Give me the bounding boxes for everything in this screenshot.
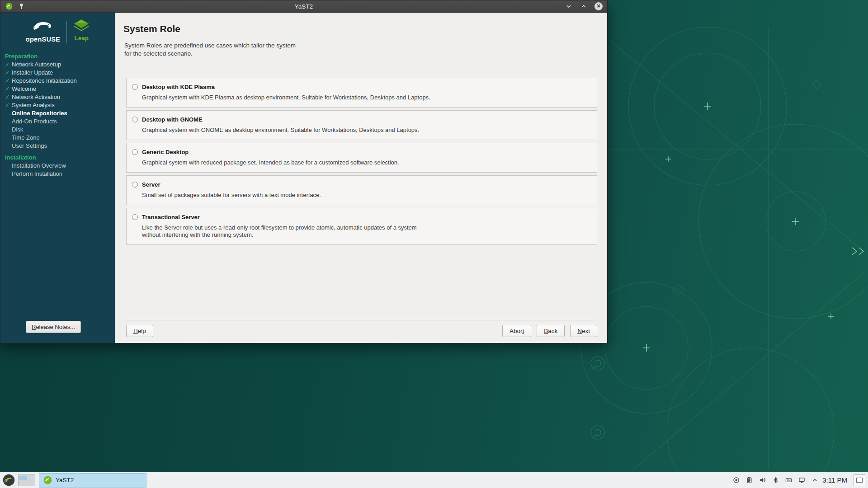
check-icon: ✓ — [5, 61, 12, 69]
step-time-zone: ·Time Zone — [5, 134, 112, 142]
leap-label: Leap — [75, 35, 89, 42]
next-button[interactable]: Next — [570, 325, 597, 337]
step-online-repositories: →Online Repositories — [5, 109, 112, 117]
role-description: Graphical system with KDE Plasma as desk… — [142, 94, 590, 101]
step-repositories-initialization: ✓Repositories Initialization — [5, 77, 112, 85]
check-icon: ✓ — [5, 85, 12, 93]
step-network-activation: ✓Network Activation — [5, 93, 112, 101]
step-network-autosetup: ✓Network Autosetup — [5, 61, 112, 69]
role-title: Server — [142, 181, 590, 188]
help-button[interactable]: Help — [126, 325, 153, 337]
role-description: Graphical system with GNOME as desktop e… — [142, 127, 590, 134]
desktop-peek-icon — [856, 478, 863, 483]
installer-sidebar: openSUSE Leap Preparation ✓Net — [0, 13, 115, 343]
virtual-desktop-pager[interactable] — [18, 474, 35, 486]
role-title: Transactional Server — [142, 214, 590, 221]
shade-button[interactable] — [565, 2, 573, 10]
role-title: Generic Desktop — [142, 149, 590, 155]
radio-server[interactable] — [132, 182, 138, 188]
role-option-desktop-gnome[interactable]: Desktop with GNOME Graphical system with… — [126, 110, 597, 140]
current-step-arrow-icon: → — [5, 109, 12, 117]
step-add-on-products: ·Add-On Products — [5, 117, 112, 126]
leap-logo — [73, 19, 90, 33]
yast2-window: YaST2 × — [0, 0, 608, 343]
show-desktop-button[interactable] — [854, 474, 865, 486]
step-user-settings: ·User Settings — [5, 142, 112, 150]
steps-heading-preparation: Preparation — [5, 52, 112, 61]
taskbar-task-yast2[interactable]: YaST2 — [39, 473, 146, 488]
opensuse-geeko-logo — [30, 19, 56, 34]
brand-area: openSUSE Leap — [0, 13, 115, 46]
radio-generic-desktop[interactable] — [132, 149, 138, 155]
window-titlebar[interactable]: YaST2 × — [0, 0, 607, 13]
check-icon: ✓ — [5, 101, 12, 109]
display-icon[interactable] — [798, 476, 806, 484]
steps-heading-installation: Installation — [5, 154, 112, 162]
installer-steps: Preparation ✓Network Autosetup ✓Installe… — [0, 46, 115, 178]
tray-expand-chevron-icon[interactable] — [811, 476, 819, 484]
step-system-analysis: ✓System Analysis — [5, 101, 112, 109]
step-installer-update: ✓Installer Update — [5, 69, 112, 77]
role-option-desktop-kde-plasma[interactable]: Desktop with KDE Plasma Graphical system… — [126, 78, 597, 108]
application-launcher-button[interactable] — [0, 472, 17, 488]
check-icon: ✓ — [5, 93, 12, 101]
taskbar: YaST2 3:11 PM — [0, 472, 868, 488]
keyboard-layout-icon[interactable] — [785, 476, 793, 484]
brand-divider — [66, 21, 67, 43]
role-option-generic-desktop[interactable]: Generic Desktop Graphical system with re… — [126, 143, 597, 173]
status-recorder-icon[interactable] — [732, 476, 740, 484]
step-installation-overview: ·Installation Overview — [5, 162, 112, 170]
role-description: Small set of packages suitable for serve… — [142, 192, 590, 199]
clipboard-icon[interactable] — [745, 476, 753, 484]
wizard-button-row: Help Abort Back Next — [126, 325, 597, 337]
radio-desktop-gnome[interactable] — [132, 117, 138, 122]
back-button[interactable]: Back — [537, 325, 565, 337]
release-notes-button[interactable]: Release Notes... — [26, 321, 81, 333]
step-disk: ·Disk — [5, 126, 112, 134]
digital-clock[interactable]: 3:11 PM — [822, 476, 847, 484]
role-description: Like the Server role but uses a read-onl… — [142, 224, 590, 239]
abort-button[interactable]: Abort — [502, 325, 531, 337]
opensuse-app-icon — [5, 2, 13, 10]
radio-desktop-kde-plasma[interactable] — [132, 84, 138, 90]
role-option-server[interactable]: Server Small set of packages suitable fo… — [126, 175, 597, 205]
radio-transactional-server[interactable] — [132, 214, 138, 220]
volume-icon[interactable] — [759, 476, 766, 484]
step-welcome: ✓Welcome — [5, 85, 112, 93]
kickoff-geeko-icon — [3, 474, 15, 486]
step-perform-installation: ·Perform Installation — [5, 170, 112, 178]
check-icon: ✓ — [5, 77, 12, 85]
page-description: System Roles are predefined use cases wh… — [124, 42, 607, 58]
window-title: YaST2 — [0, 3, 607, 10]
page-title: System Role — [123, 23, 607, 34]
close-button[interactable]: × — [594, 2, 603, 10]
role-description: Graphical system with reduced package se… — [142, 159, 590, 166]
system-tray — [732, 476, 819, 484]
maximize-button[interactable] — [580, 2, 588, 10]
yast2-task-icon — [43, 476, 52, 484]
content-area: System Role System Roles are predefined … — [115, 13, 607, 343]
role-title: Desktop with GNOME — [142, 116, 590, 123]
check-icon: ✓ — [5, 69, 12, 77]
pager-active-desktop[interactable] — [19, 476, 27, 480]
opensuse-wordmark: openSUSE — [26, 36, 61, 43]
system-role-list: Desktop with KDE Plasma Graphical system… — [126, 78, 597, 245]
role-option-transactional-server[interactable]: Transactional Server Like the Server rol… — [126, 208, 597, 245]
pin-icon[interactable] — [17, 2, 25, 10]
task-label: YaST2 — [56, 477, 74, 483]
bluetooth-icon[interactable] — [772, 476, 779, 484]
role-title: Desktop with KDE Plasma — [142, 84, 590, 90]
footer-separator — [126, 320, 597, 320]
